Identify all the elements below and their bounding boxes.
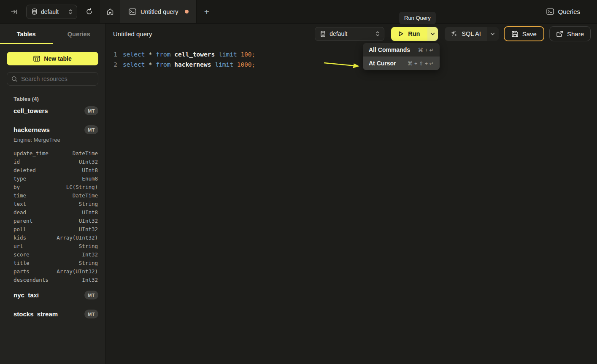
- column-type: UInt32: [79, 226, 98, 232]
- search-input[interactable]: [21, 75, 94, 82]
- home-tab[interactable]: [100, 0, 120, 23]
- column-row[interactable]: scoreInt32: [0, 250, 105, 259]
- sidebar-tab-tables[interactable]: Tables: [0, 24, 53, 44]
- column-type: UInt32: [79, 159, 98, 165]
- database-selector-toolbar[interactable]: default: [315, 27, 384, 41]
- sql-ai-button[interactable]: SQL AI: [445, 27, 486, 41]
- sql-token-kw: from: [156, 61, 175, 68]
- column-name: by: [14, 184, 20, 190]
- sql-ai-button-label: SQL AI: [462, 30, 481, 37]
- table-name: hackernews: [14, 126, 50, 133]
- chevron-down-icon: [490, 32, 495, 35]
- table-grid-icon: [33, 56, 40, 62]
- column-type: LC(String): [66, 184, 98, 190]
- column-row[interactable]: partsArray(UInt32): [0, 267, 105, 275]
- new-table-label: New table: [44, 55, 71, 62]
- sql-ai-options-button[interactable]: [487, 27, 499, 41]
- new-table-button[interactable]: New table: [7, 52, 98, 65]
- spacer: [0, 118, 105, 123]
- column-row[interactable]: deletedUInt8: [0, 166, 105, 174]
- search-box: [7, 72, 98, 86]
- column-type: String: [79, 260, 98, 266]
- run-button-group: Run: [391, 27, 438, 41]
- top-bar-left: default: [0, 0, 100, 23]
- column-row[interactable]: idUInt32: [0, 157, 105, 166]
- play-icon: [398, 31, 404, 37]
- column-name: parts: [14, 268, 30, 275]
- refresh-button[interactable]: [83, 6, 95, 18]
- run-options-button[interactable]: [427, 27, 438, 41]
- sql-token-num: ;: [252, 61, 256, 68]
- column-name: dead: [14, 209, 26, 216]
- sql-token-kw: select: [123, 51, 149, 58]
- column-name: time: [14, 192, 26, 199]
- column-name: descendants: [14, 277, 49, 283]
- sparkles-icon: [451, 30, 457, 37]
- column-name: parent: [14, 218, 32, 224]
- column-row[interactable]: titleString: [0, 259, 105, 267]
- share-button[interactable]: Share: [549, 26, 591, 41]
- table-row[interactable]: cell_towersMT: [0, 104, 105, 118]
- column-name: title: [14, 260, 30, 266]
- table-row[interactable]: stocks_streamMT: [0, 307, 105, 321]
- column-row[interactable]: deadUInt8: [0, 208, 105, 216]
- code-text: select * from hackernews limit 1000;: [117, 59, 255, 70]
- table-row[interactable]: nyc_taxiMT: [0, 288, 105, 302]
- tables-list: cell_towersMThackernewsMTEngine: MergeTr…: [0, 104, 105, 326]
- column-name: text: [14, 201, 26, 207]
- sql-token-num: ;: [252, 51, 256, 58]
- query-toolbar: Untitled query default: [105, 24, 597, 44]
- column-type: DateTime: [73, 192, 98, 199]
- sql-token-ident: hackernews: [174, 61, 215, 68]
- share-icon: [556, 30, 563, 38]
- sidebar-tab-queries[interactable]: Queries: [53, 24, 105, 44]
- run-menu-item[interactable]: At Cursor⌘ + ⇧ + ↵: [363, 57, 440, 70]
- sql-token-num: 1000: [237, 61, 252, 68]
- sql-editor[interactable]: 1select * from cell_towers limit 100;2se…: [105, 44, 597, 364]
- collapse-sidebar-button[interactable]: [8, 6, 20, 18]
- tooltip-label: Run Query: [404, 15, 431, 21]
- tab-untitled-query[interactable]: Untitled query: [120, 0, 197, 23]
- column-name: type: [14, 175, 26, 182]
- sql-ai-button-group: SQL AI: [445, 27, 498, 41]
- queries-terminal-icon: [546, 8, 554, 15]
- table-name: cell_towers: [14, 107, 48, 114]
- updown-chevron-icon: [375, 31, 380, 37]
- column-row[interactable]: parentUInt32: [0, 216, 105, 225]
- database-selector-top[interactable]: default: [26, 5, 77, 19]
- table-row[interactable]: hackernewsMT: [0, 123, 105, 137]
- code-line: 1select * from cell_towers limit 100;: [105, 49, 597, 59]
- table-engine-label: Engine: MergeTree: [0, 137, 105, 146]
- column-row[interactable]: descendantsInt32: [0, 275, 105, 284]
- home-icon: [106, 8, 114, 16]
- column-row[interactable]: pollUInt32: [0, 225, 105, 233]
- merge-tree-badge: MT: [84, 310, 98, 318]
- refresh-icon: [86, 8, 93, 15]
- column-row[interactable]: kidsArray(UInt32): [0, 233, 105, 242]
- queries-button[interactable]: Queries: [546, 8, 580, 15]
- column-type: UInt32: [79, 218, 98, 224]
- column-type: Array(UInt32): [57, 235, 98, 241]
- column-row[interactable]: update_timeDateTime: [0, 149, 105, 157]
- run-menu-item[interactable]: All Commands⌘ + ↵: [363, 43, 440, 57]
- column-row[interactable]: typeEnum8: [0, 174, 105, 183]
- column-name: url: [14, 243, 23, 249]
- updown-chevron-icon: [68, 9, 73, 15]
- collapse-sidebar-icon: [11, 8, 18, 16]
- column-name: poll: [14, 226, 26, 232]
- save-button[interactable]: Save: [504, 26, 544, 41]
- sql-token-star: *: [149, 51, 156, 58]
- column-row[interactable]: timeDateTime: [0, 191, 105, 200]
- column-row[interactable]: byLC(String): [0, 183, 105, 191]
- top-bar-right: Queries: [546, 0, 597, 23]
- run-button[interactable]: Run: [391, 27, 427, 41]
- new-tab-button[interactable]: +: [197, 0, 216, 23]
- code-line: 2select * from hackernews limit 1000;: [105, 59, 597, 70]
- columns-list: update_timeDateTimeidUInt32deletedUInt8t…: [0, 146, 105, 288]
- menu-item-label: At Cursor: [369, 60, 396, 67]
- column-row[interactable]: urlString: [0, 242, 105, 250]
- tab-strip: Untitled query +: [100, 0, 546, 23]
- sql-token-ident: cell_towers: [174, 51, 219, 58]
- column-row[interactable]: textString: [0, 200, 105, 208]
- app-window: default: [0, 0, 597, 364]
